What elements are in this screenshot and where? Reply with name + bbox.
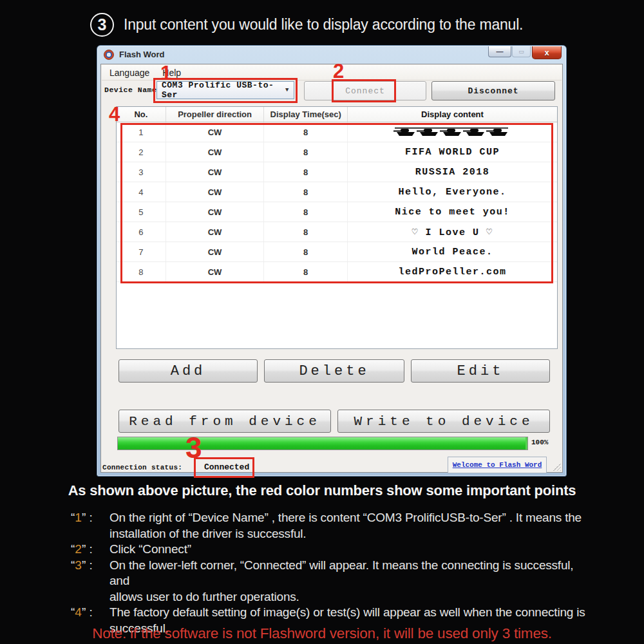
device-port-dropdown[interactable]: COM3 Prolific USB-to-Ser ▼ — [156, 81, 294, 99]
window-client-area: Language Help Device Name COM3 Prolific … — [100, 64, 563, 473]
progress-percent-label: 100% — [531, 439, 548, 446]
cell-display-content: Hello, Everyone. — [348, 182, 557, 202]
page: 3 Input content you would like to displa… — [0, 0, 644, 644]
step-number-badge: 3 — [90, 13, 114, 37]
table-row[interactable]: 6CW8♡ I Love U ♡ — [117, 222, 557, 242]
footer-item-number: “3” : — [71, 558, 109, 574]
footer-item-text: On the right of “Device Name” , there is… — [109, 510, 589, 542]
cell-display-time: 8 — [264, 242, 348, 261]
cell-propeller-direction: CW — [166, 262, 265, 281]
header-display-time: Display Time(sec) — [264, 107, 348, 122]
disconnect-button[interactable]: Disconnet — [431, 81, 555, 100]
table-row[interactable]: 3CW8RUSSIA 2018 — [117, 162, 557, 182]
footer-item-number: “1” : — [71, 510, 109, 526]
titlebar[interactable]: Flash Word — ▭ x — [97, 46, 566, 64]
footer-item-text: On the lower-left corner, “Connected” wi… — [109, 558, 589, 605]
resize-grip[interactable] — [553, 463, 561, 471]
connect-button[interactable]: Connect — [304, 81, 426, 100]
tank-icons — [393, 128, 511, 137]
header-propeller-direction: Propeller direction — [166, 107, 265, 122]
cell-display-content: Nice to meet you! — [348, 202, 557, 222]
footer-item-number: “2” : — [71, 542, 109, 558]
cell-no: 5 — [117, 202, 166, 222]
welcome-link[interactable]: Welcome to Flash Word — [453, 461, 542, 469]
cell-propeller-direction: CW — [166, 182, 265, 202]
annotation-number-3: 3 — [185, 433, 202, 462]
cell-propeller-direction: CW — [166, 202, 265, 222]
close-button[interactable]: x — [532, 46, 562, 59]
delete-button[interactable]: Delete — [264, 359, 404, 383]
cell-propeller-direction: CW — [166, 222, 265, 242]
cell-display-time: 8 — [264, 182, 348, 202]
device-port-value: COM3 Prolific USB-to-Ser — [162, 80, 283, 100]
display-content-table[interactable]: No. Propeller direction Display Time(sec… — [116, 106, 558, 349]
device-name-label: Device Name — [104, 86, 156, 94]
app-icon — [104, 50, 114, 60]
cell-display-content: RUSSIA 2018 — [348, 162, 557, 182]
footer-item: “3” : On the lower-left corner, “Connect… — [71, 558, 589, 605]
cell-no: 3 — [117, 162, 166, 182]
table-body: 1CW8 2CW8FIFA WORLD CUP3CW8RUSSIA 20184C… — [117, 122, 557, 282]
minimize-button[interactable]: — — [488, 46, 511, 57]
table-row[interactable]: 5CW8Nice to meet you! — [117, 202, 557, 222]
cell-display-content — [348, 122, 557, 142]
cell-propeller-direction: CW — [166, 122, 265, 142]
step-instruction-text: Input content you would like to display … — [124, 16, 523, 33]
table-row[interactable]: 1CW8 — [117, 122, 557, 142]
cell-no: 4 — [117, 182, 166, 202]
cell-no: 1 — [117, 122, 166, 142]
header-no: No. — [117, 107, 166, 122]
window-title: Flash Word — [119, 50, 165, 59]
flash-word-window: Flash Word — ▭ x Language Help Device Na… — [97, 45, 567, 477]
cell-no: 7 — [117, 242, 166, 261]
edit-button[interactable]: Edit — [411, 359, 550, 383]
cell-display-time: 8 — [264, 122, 348, 142]
cell-display-content: ♡ I Love U ♡ — [348, 222, 557, 242]
welcome-link-box[interactable]: Welcome to Flash Word — [448, 457, 547, 473]
annotation-number-4: 4 — [109, 104, 120, 124]
cell-display-time: 8 — [264, 142, 348, 162]
footer-item-text: Click “Connect” — [109, 542, 589, 558]
cell-display-content: FIFA WORLD CUP — [348, 142, 557, 162]
cell-display-time: 8 — [264, 262, 348, 281]
cell-propeller-direction: CW — [166, 142, 265, 162]
footer-note: Note: if the software is not Flashword v… — [0, 625, 644, 642]
header-display-content: Display content — [348, 107, 557, 122]
footer-item-number: “4” : — [71, 605, 109, 621]
table-header-row: No. Propeller direction Display Time(sec… — [117, 107, 557, 122]
cell-no: 8 — [117, 262, 166, 281]
cell-display-time: 8 — [264, 202, 348, 222]
write-to-device-button[interactable]: Write to device — [337, 410, 550, 433]
progress-bar — [117, 437, 528, 450]
step-number: 3 — [98, 15, 107, 34]
maximize-button[interactable]: ▭ — [512, 46, 531, 57]
cell-no: 2 — [117, 142, 166, 162]
connection-status-label: Connection status: — [102, 464, 182, 471]
progress-bar-fill — [118, 437, 527, 450]
table-row[interactable]: 7CW8World Peace. — [117, 242, 557, 262]
footer-items: “1” : On the right of “Device Name” , th… — [71, 510, 589, 636]
cell-propeller-direction: CW — [166, 162, 265, 182]
window-controls: — ▭ x — [488, 46, 562, 59]
add-button[interactable]: Add — [118, 359, 258, 383]
read-from-device-button[interactable]: Read from device — [118, 410, 331, 433]
cell-propeller-direction: CW — [166, 242, 265, 261]
cell-display-content: World Peace. — [348, 242, 557, 261]
cell-display-time: 8 — [264, 222, 348, 242]
footer-item: “1” : On the right of “Device Name” , th… — [71, 510, 589, 542]
footer-heading: As shown above picture, the red color nu… — [0, 482, 644, 499]
annotation-number-2: 2 — [333, 61, 344, 81]
annotation-number-1: 1 — [160, 63, 171, 83]
menu-language[interactable]: Language — [103, 66, 156, 79]
cell-display-content: ledProPeller.com — [348, 262, 557, 281]
chevron-down-icon: ▼ — [285, 87, 289, 93]
table-row[interactable]: 2CW8FIFA WORLD CUP — [117, 142, 557, 162]
connection-status-value: Connected — [204, 462, 249, 472]
cell-display-time: 8 — [264, 162, 348, 182]
cell-no: 6 — [117, 222, 166, 242]
footer-item: “2” : Click “Connect” — [71, 542, 589, 558]
table-row[interactable]: 4CW8Hello, Everyone. — [117, 182, 557, 202]
table-row[interactable]: 8CW8ledProPeller.com — [117, 262, 557, 282]
